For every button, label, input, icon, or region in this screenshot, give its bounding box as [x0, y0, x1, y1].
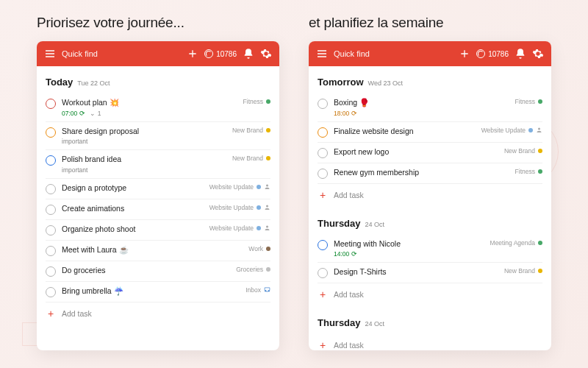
- task-project: Website Update: [209, 224, 270, 233]
- project-label: Inbox: [245, 286, 261, 294]
- project-color-dot: [257, 185, 261, 189]
- inbox-icon: [264, 286, 270, 294]
- task-row[interactable]: Polish brand ideaimportantNew Brand: [46, 150, 270, 179]
- task-checkbox[interactable]: [318, 268, 328, 278]
- task-title: Workout plan 💥: [62, 98, 237, 108]
- project-label: Fitness: [243, 98, 263, 105]
- headline-left: Priorisez votre journée...: [37, 15, 279, 31]
- task-checkbox[interactable]: [46, 127, 56, 138]
- menu-icon[interactable]: [316, 48, 328, 60]
- task-project: Inbox: [245, 286, 270, 294]
- task-checkbox[interactable]: [318, 169, 328, 179]
- task-project: New Brand: [504, 267, 542, 275]
- task-checkbox[interactable]: [318, 148, 328, 158]
- menu-icon[interactable]: [44, 48, 56, 60]
- project-label: Meeting Agenda: [490, 239, 535, 247]
- section-title: Thursday: [318, 218, 361, 229]
- project-label: Website Update: [481, 127, 526, 134]
- task-checkbox[interactable]: [46, 155, 56, 166]
- recurring-icon: ⟳: [351, 110, 357, 117]
- project-color-dot: [538, 269, 542, 273]
- task-title: Polish brand idea: [62, 155, 226, 165]
- task-checkbox[interactable]: [46, 246, 56, 256]
- task-title: Boxing 🥊: [334, 98, 509, 108]
- quick-add-icon[interactable]: [187, 48, 198, 60]
- task-row[interactable]: Boxing 🥊18:00⟳Fitness: [318, 93, 542, 122]
- task-label: important: [62, 138, 87, 145]
- task-checkbox[interactable]: [318, 240, 328, 250]
- add-task-button[interactable]: +Add task: [46, 302, 270, 326]
- project-label: New Brand: [232, 155, 263, 162]
- task-row[interactable]: Workout plan 💥07:00⟳⌄ 1Fitness: [46, 93, 270, 122]
- task-row[interactable]: Organize photo shootWebsite Update: [46, 220, 270, 241]
- task-meta: important: [62, 138, 226, 145]
- quick-add-icon[interactable]: [459, 48, 470, 60]
- add-task-button[interactable]: +Add task: [318, 184, 542, 208]
- add-task-button[interactable]: +Add task: [318, 283, 542, 307]
- task-title: Create animations: [62, 204, 204, 214]
- karma-counter[interactable]: 10786: [476, 49, 509, 58]
- karma-counter[interactable]: 10786: [204, 49, 237, 58]
- plus-icon: +: [318, 190, 328, 200]
- task-checkbox[interactable]: [46, 99, 56, 109]
- section-header: Thursday24 Oct: [318, 218, 542, 229]
- task-checkbox[interactable]: [318, 127, 328, 138]
- task-project: New Brand: [504, 147, 542, 155]
- section-header: TodayTue 22 Oct: [46, 77, 270, 88]
- task-row[interactable]: Design a prototypeWebsite Update: [46, 179, 270, 199]
- project-label: Website Update: [209, 224, 254, 232]
- task-title: Organize photo shoot: [62, 224, 204, 235]
- section-title: Today: [46, 77, 73, 88]
- task-checkbox[interactable]: [46, 225, 56, 236]
- task-title: Do groceries: [62, 266, 230, 276]
- karma-value: 10786: [216, 50, 237, 58]
- project-color-dot: [257, 205, 261, 210]
- project-color-dot: [538, 99, 542, 104]
- task-checkbox[interactable]: [46, 184, 56, 194]
- gear-icon[interactable]: [532, 48, 544, 60]
- plus-icon: +: [318, 340, 328, 350]
- search-input[interactable]: Quick find: [334, 49, 370, 58]
- task-time: 18:00⟳: [334, 110, 357, 117]
- section-date: 24 Oct: [365, 221, 385, 228]
- task-row[interactable]: Renew gym membershipFitness: [318, 163, 542, 184]
- shared-icon: [264, 224, 270, 233]
- task-title: Meet with Laura ☕: [62, 245, 243, 255]
- gear-icon[interactable]: [260, 48, 272, 60]
- task-checkbox[interactable]: [46, 205, 56, 215]
- task-label: important: [62, 166, 87, 174]
- task-checkbox[interactable]: [318, 99, 328, 109]
- project-label: Work: [248, 245, 263, 252]
- task-row[interactable]: Do groceriesGroceries: [46, 261, 270, 282]
- task-row[interactable]: Share design proposalimportantNew Brand: [46, 122, 270, 151]
- task-project: New Brand: [232, 155, 270, 162]
- task-row[interactable]: Meet with Laura ☕Work: [46, 241, 270, 261]
- add-task-label: Add task: [334, 341, 364, 350]
- task-row[interactable]: Meeting with Nicole14:00⟳Meeting Agenda: [318, 235, 542, 263]
- section-header: Thursday24 Oct: [318, 317, 542, 328]
- bell-icon[interactable]: [243, 48, 254, 60]
- add-task-label: Add task: [62, 309, 92, 318]
- task-title: Design a prototype: [62, 183, 204, 194]
- bell-icon[interactable]: [514, 48, 526, 60]
- task-row[interactable]: Finalize website designWebsite Update: [318, 122, 542, 143]
- project-color-dot: [266, 99, 270, 104]
- task-row[interactable]: Export new logoNew Brand: [318, 143, 542, 163]
- task-checkbox[interactable]: [46, 266, 56, 277]
- topbar: Quick find 10786: [37, 41, 279, 66]
- project-label: New Brand: [504, 147, 535, 155]
- add-task-button[interactable]: +Add task: [318, 334, 542, 350]
- project-color-dot: [257, 226, 261, 230]
- project-color-dot: [538, 149, 542, 153]
- search-input[interactable]: Quick find: [62, 49, 98, 58]
- task-row[interactable]: Bring umbrella ☔Inbox: [46, 282, 270, 302]
- task-time: 14:00⟳: [334, 250, 357, 258]
- section-date: 24 Oct: [365, 320, 385, 328]
- task-row[interactable]: Create animationsWebsite Update: [46, 199, 270, 220]
- task-row[interactable]: Design T-ShirtsNew Brand: [318, 263, 542, 283]
- task-checkbox[interactable]: [46, 287, 56, 297]
- task-project: Work: [248, 245, 270, 252]
- section-header: TomorrowWed 23 Oct: [318, 77, 542, 88]
- project-color-dot: [538, 169, 542, 174]
- project-label: Groceries: [236, 266, 263, 273]
